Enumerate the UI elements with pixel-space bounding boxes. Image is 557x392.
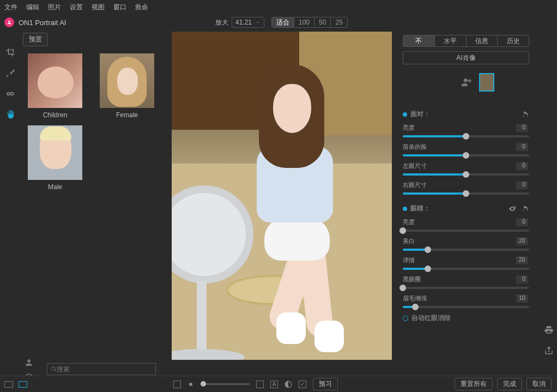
- circle-small-icon[interactable]: [187, 381, 194, 388]
- face-slider-1[interactable]: 苗条的脸0: [403, 143, 529, 156]
- tab-level[interactable]: 水平: [435, 35, 467, 46]
- slider-label: 右眼尺寸: [403, 181, 427, 189]
- preset-panel: 预置 ChildrenFemaleMale: [21, 31, 166, 379]
- preview-button[interactable]: 预习: [313, 378, 338, 390]
- menu-view[interactable]: 视图: [92, 3, 105, 12]
- menu-settings[interactable]: 设置: [70, 3, 83, 12]
- face-slider-2[interactable]: 左眼尺寸0: [403, 162, 529, 176]
- export-icon[interactable]: [544, 346, 554, 355]
- circle-half-icon[interactable]: [284, 381, 292, 388]
- slider-track[interactable]: [403, 268, 529, 270]
- section-face: 面对： 亮度0苗条的脸0左眼尺寸0右眼尺寸0: [403, 108, 529, 195]
- face-slider-3[interactable]: 右眼尺寸0: [403, 181, 529, 195]
- eyes-slider-0[interactable]: 亮度0: [403, 218, 529, 232]
- auto-redeye-toggle[interactable]: 自动红眼消除: [403, 313, 529, 323]
- slider-track[interactable]: [403, 249, 529, 251]
- bottom-bar: A ✓ 预习 重置所有 完成 取消: [0, 376, 557, 392]
- eyes-slider-3[interactable]: 黑眼圈0: [403, 275, 529, 289]
- preset-label: Female: [116, 111, 138, 119]
- slider-label: 眉毛增强: [403, 294, 427, 303]
- crop-tool-icon[interactable]: [5, 47, 16, 58]
- app-title: ON1 Portrait AI: [19, 19, 66, 27]
- layout-single-icon[interactable]: [4, 381, 13, 388]
- menu-window[interactable]: 窗口: [113, 3, 126, 12]
- slider-value: 20: [516, 256, 528, 264]
- zoom-value-dropdown[interactable]: 41.21: [232, 17, 264, 28]
- slider-value: 0: [516, 275, 528, 284]
- slider-label: 亮度: [403, 124, 415, 132]
- search-input-wrapper[interactable]: [47, 363, 156, 375]
- undo-icon[interactable]: [522, 111, 529, 118]
- slider-label: 美白: [403, 237, 415, 245]
- image-viewer[interactable]: [166, 31, 397, 379]
- tab-history[interactable]: 历史: [498, 35, 529, 46]
- zoom-control: 放大 41.21: [215, 17, 264, 28]
- slider-track[interactable]: [403, 154, 529, 156]
- hand-tool-icon[interactable]: [5, 109, 16, 120]
- radio-icon: [403, 316, 408, 321]
- opacity-slider[interactable]: [201, 383, 250, 385]
- slider-track[interactable]: [403, 230, 529, 232]
- square-toggle-icon[interactable]: [173, 381, 181, 388]
- brush-tool-icon[interactable]: [5, 68, 16, 79]
- slider-label: 左眼尺寸: [403, 162, 427, 170]
- section-eyes-title: 眼睛：: [410, 204, 430, 213]
- slider-label: 黑眼圈: [403, 275, 421, 284]
- reset-all-button[interactable]: 重置所有: [455, 378, 493, 390]
- slider-track[interactable]: [403, 306, 529, 308]
- slider-track[interactable]: [403, 192, 529, 195]
- printer-icon[interactable]: [544, 325, 554, 335]
- ai-portrait-button[interactable]: AI肖像: [403, 51, 529, 64]
- slider-track[interactable]: [403, 287, 529, 289]
- mask-user-icon[interactable]: [24, 358, 34, 367]
- menu-file[interactable]: 文件: [4, 3, 17, 12]
- fit-option-100[interactable]: 100: [294, 17, 314, 27]
- eye-plus-icon[interactable]: [507, 205, 517, 213]
- eyes-slider-2[interactable]: 详情20: [403, 256, 529, 270]
- menu-photo[interactable]: 照片: [48, 3, 61, 12]
- auto-red-label: 自动红眼消除: [411, 313, 451, 323]
- fit-toggle-group: 适合 100 50 25: [271, 17, 348, 28]
- slider-value: 0: [516, 143, 528, 151]
- preset-item-male[interactable]: Male: [25, 125, 85, 191]
- menu-edit[interactable]: 编辑: [26, 3, 39, 12]
- slider-label: 详情: [403, 256, 415, 264]
- search-icon: [51, 366, 57, 372]
- tab-info[interactable]: 信息: [467, 35, 498, 46]
- text-a-icon[interactable]: A: [270, 381, 278, 388]
- preset-item-female[interactable]: Female: [97, 53, 157, 119]
- detected-face-thumb[interactable]: [479, 73, 494, 92]
- check-box-icon[interactable]: ✓: [299, 381, 306, 388]
- done-button[interactable]: 完成: [497, 378, 522, 390]
- section-face-title: 面对：: [410, 110, 430, 119]
- undo-icon[interactable]: [522, 205, 529, 213]
- link-tool-icon[interactable]: [5, 88, 16, 99]
- add-face-icon[interactable]: [461, 76, 473, 88]
- preset-label: Male: [48, 183, 62, 191]
- mask-toggle-icon[interactable]: [256, 381, 264, 388]
- slider-value: 20: [516, 237, 528, 245]
- app-logo-icon: [4, 17, 14, 27]
- slider-track[interactable]: [403, 135, 529, 137]
- search-input[interactable]: [57, 365, 152, 373]
- slider-label: 苗条的脸: [403, 143, 427, 151]
- face-slider-0[interactable]: 亮度0: [403, 124, 529, 137]
- eyes-slider-4[interactable]: 眉毛增强10: [403, 294, 529, 308]
- fit-option-25[interactable]: 25: [331, 17, 347, 27]
- layout-compare-icon[interactable]: [19, 381, 27, 388]
- preset-item-children[interactable]: Children: [25, 53, 85, 119]
- tab-none[interactable]: 不: [403, 35, 435, 46]
- fit-option-50[interactable]: 50: [314, 17, 331, 27]
- preset-tab[interactable]: 预置: [23, 33, 48, 46]
- zoom-label: 放大: [215, 18, 228, 27]
- menu-help[interactable]: 救命: [135, 3, 148, 12]
- eyes-slider-1[interactable]: 美白20: [403, 237, 529, 251]
- cancel-button[interactable]: 取消: [526, 378, 552, 390]
- menu-bar: 文件 编辑 照片 设置 视图 窗口 救命: [0, 0, 557, 14]
- preset-thumb: [100, 53, 154, 108]
- section-eyes: 眼睛： 亮度0美白20详情20黑眼圈0眉毛增强10 自动红眼消除: [403, 202, 529, 323]
- slider-track[interactable]: [403, 173, 529, 176]
- section-dot-icon: [403, 207, 407, 211]
- fit-option-fit[interactable]: 适合: [272, 17, 294, 27]
- app-header: ON1 Portrait AI 放大 41.21 适合 100 50 25: [0, 14, 557, 31]
